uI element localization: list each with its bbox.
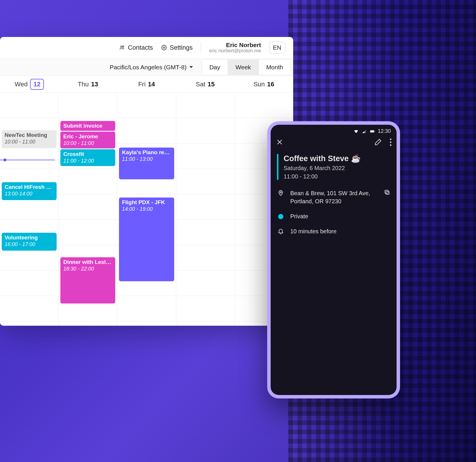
phone-event-title: Coffee with Steve ☕: [284, 154, 361, 163]
day-header-sun[interactable]: Sun 16: [235, 81, 293, 88]
timezone-label: Pacific/Los Angeles (GMT-8): [110, 64, 187, 71]
contacts-label: Contacts: [128, 44, 153, 51]
copy-location-button[interactable]: [384, 189, 390, 197]
event-eric-jerome[interactable]: Eric - Jerome 10:00 - 11:00: [60, 132, 115, 148]
phone-reminder-row: 10 minutes before: [271, 224, 397, 239]
calendar-app: Contacts Settings Eric Norbert eric.norb…: [0, 37, 293, 326]
phone-reminder-text: 10 minutes before: [290, 227, 390, 235]
close-icon[interactable]: [276, 138, 283, 146]
phone-device: 12:30 Coffee with Steve ☕ Saturday, 6 Ma…: [267, 121, 400, 398]
event-volunteering[interactable]: Volunteering 16:00 - 17:00: [2, 233, 57, 251]
view-tabs: Day Week Month: [202, 59, 291, 75]
svg-point-1: [123, 46, 124, 47]
timezone-selector[interactable]: Pacific/Los Angeles (GMT-8): [103, 64, 199, 71]
settings-link[interactable]: Settings: [161, 44, 193, 51]
phone-event-time: 11:00 - 12:00: [284, 173, 361, 180]
contacts-link[interactable]: Contacts: [119, 44, 153, 51]
settings-label: Settings: [170, 44, 193, 51]
top-bar: Contacts Settings Eric Norbert eric.norb…: [0, 37, 293, 59]
event-newtec[interactable]: NewTec Meeting 10:00 - 11:00: [2, 130, 57, 148]
col-fri: Kayla's Piano reci… 11:00 - 13:00 Flight…: [117, 93, 176, 326]
svg-rect-7: [385, 190, 388, 193]
event-cancel[interactable]: Cancel HiFresh s… 13:00-14:00: [2, 182, 57, 200]
view-day[interactable]: Day: [202, 60, 228, 75]
edit-icon[interactable]: [374, 138, 382, 146]
svg-rect-6: [386, 191, 389, 194]
view-week[interactable]: Week: [228, 60, 258, 75]
divider: [201, 42, 201, 53]
user-email: eric.norbert@proton.me: [209, 48, 261, 54]
event-crossfit[interactable]: Crossfit 11:00 - 12:00: [60, 149, 115, 166]
event-submit-invoice[interactable]: Submit invoice: [60, 121, 115, 131]
svg-point-2: [163, 47, 165, 49]
signal-icon: [362, 129, 367, 134]
language-selector[interactable]: EN: [269, 42, 285, 54]
more-icon[interactable]: [390, 139, 391, 146]
gear-icon: [161, 45, 167, 51]
phone-screen: 12:30 Coffee with Steve ☕ Saturday, 6 Ma…: [271, 125, 397, 395]
phone-app-bar: [271, 136, 397, 151]
status-time: 12:30: [378, 128, 391, 134]
svg-point-5: [280, 192, 282, 193]
phone-event-date: Saturday, 6 March 2022: [284, 165, 361, 172]
toolbar: Pacific/Los Angeles (GMT-8) Day Week Mon…: [0, 59, 293, 76]
user-name: Eric Norbert: [209, 42, 261, 48]
event-flight[interactable]: Flight PDX - JFK 14:00 - 19:00: [119, 198, 174, 281]
phone-status-bar: 12:30: [271, 125, 397, 136]
user-block[interactable]: Eric Norbert eric.norbert@proton.me: [209, 42, 261, 54]
visibility-dot-icon: [278, 214, 283, 219]
event-dinner[interactable]: Dinner with Leslie… 18:30 - 22:00: [60, 257, 115, 303]
phone-visibility-row: Private: [271, 209, 397, 224]
day-header-thu[interactable]: Thu 13: [59, 81, 117, 88]
event-accent-bar: [277, 154, 278, 180]
phone-location-row: Bean & Brew, 101 SW 3rd Ave, Portland, O…: [271, 186, 397, 209]
bell-icon: [277, 227, 285, 234]
wifi-icon: [354, 129, 359, 134]
col-wed: NewTec Meeting 10:00 - 11:00 Cancel HiFr…: [0, 93, 58, 326]
contacts-icon: [119, 45, 125, 51]
phone-visibility-text: Private: [290, 212, 390, 220]
view-month[interactable]: Month: [259, 60, 291, 75]
col-sat: [176, 93, 235, 326]
phone-event-header: Coffee with Steve ☕ Saturday, 6 March 20…: [271, 151, 397, 186]
location-icon: [277, 189, 285, 196]
calendar-grid[interactable]: NewTec Meeting 10:00 - 11:00 Cancel HiFr…: [0, 93, 293, 326]
svg-point-0: [120, 46, 122, 48]
day-header-row: Wed 12 Thu 13 Fri 14 Sat 15 Sun 16: [0, 76, 293, 93]
day-header-fri[interactable]: Fri 14: [117, 81, 176, 88]
phone-location-text: Bean & Brew, 101 SW 3rd Ave, Portland, O…: [290, 189, 378, 205]
battery-icon: [370, 129, 375, 134]
col-thu: Submit invoice Eric - Jerome 10:00 - 11:…: [58, 93, 117, 326]
svg-rect-3: [370, 130, 374, 133]
chevron-down-icon: [189, 66, 193, 68]
event-piano[interactable]: Kayla's Piano reci… 11:00 - 13:00: [119, 148, 174, 179]
day-header-wed[interactable]: Wed 12: [0, 79, 59, 90]
day-header-sat[interactable]: Sat 15: [176, 81, 235, 88]
svg-rect-4: [374, 131, 375, 132]
